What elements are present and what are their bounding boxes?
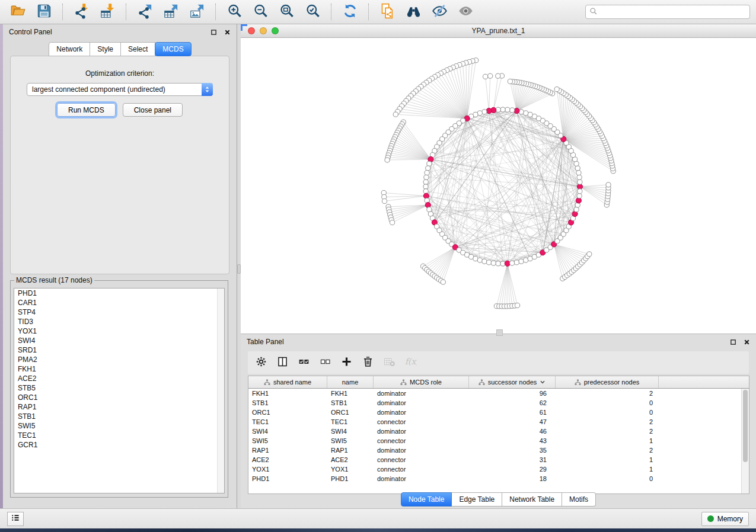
minimize-window-button[interactable] — [260, 27, 267, 34]
cell-predecessor-nodes[interactable]: 1 — [556, 466, 659, 473]
float-panel-icon[interactable] — [210, 29, 217, 36]
mcds-result-item[interactable]: SWI5 — [14, 421, 224, 431]
close-panel-icon[interactable] — [224, 29, 231, 36]
cell-MCDS-role[interactable]: connector — [374, 466, 469, 473]
cell-predecessor-nodes[interactable]: 2 — [556, 447, 659, 454]
show-columns-button[interactable] — [276, 355, 289, 370]
cell-shared-name[interactable]: RAP1 — [248, 447, 327, 454]
cell-shared-name[interactable]: ORC1 — [248, 409, 327, 416]
cell-shared-name[interactable]: PHD1 — [248, 475, 327, 482]
table-row[interactable]: FKH1FKH1dominator962 — [248, 389, 749, 398]
show-panels-button[interactable] — [7, 512, 24, 526]
table-row[interactable]: ACE2ACE2connector311 — [248, 455, 749, 464]
copy-share-button[interactable] — [375, 2, 399, 22]
tab-node-table[interactable]: Node Table — [401, 492, 452, 507]
cell-successor-nodes[interactable]: 29 — [469, 466, 556, 473]
criterion-select[interactable]: largest connected component (undirected) — [27, 83, 213, 96]
add-column-button[interactable] — [340, 355, 353, 370]
cell-predecessor-nodes[interactable]: 1 — [556, 437, 659, 444]
mcds-result-item[interactable]: SWI4 — [14, 336, 224, 345]
mcds-list-scrollbar[interactable] — [217, 289, 224, 493]
float-panel-icon[interactable] — [730, 339, 736, 345]
export-network-button[interactable] — [133, 2, 157, 22]
mcds-result-list[interactable]: PHD1CAR1STP4TID3YOX1SWI4SRD1PMA2FKH1ACE2… — [14, 288, 225, 493]
tab-edge-table[interactable]: Edge Table — [452, 492, 502, 507]
run-mcds-button[interactable]: Run MCDS — [57, 103, 116, 117]
mcds-result-item[interactable]: TID3 — [14, 317, 224, 326]
tab-network[interactable]: Network — [49, 42, 90, 56]
cell-successor-nodes[interactable]: 35 — [469, 447, 556, 454]
cell-name[interactable]: STB1 — [327, 399, 374, 406]
column-header-successor-nodes[interactable]: successor nodes — [469, 376, 556, 388]
close-window-button[interactable] — [248, 27, 255, 34]
mcds-result-item[interactable]: TEC1 — [14, 431, 224, 440]
open-file-button[interactable] — [6, 2, 30, 22]
table-row[interactable]: YOX1YOX1connector291 — [248, 464, 749, 474]
search-input[interactable] — [600, 7, 747, 17]
cell-name[interactable]: ORC1 — [327, 409, 374, 416]
network-canvas[interactable] — [241, 37, 756, 334]
mcds-result-item[interactable]: YOX1 — [14, 326, 224, 336]
cell-predecessor-nodes[interactable]: 0 — [556, 409, 659, 416]
refresh-button[interactable] — [338, 2, 362, 22]
mcds-result-item[interactable]: ACE2 — [14, 374, 224, 383]
table-settings-button[interactable] — [255, 355, 267, 370]
mcds-result-item[interactable]: GCR1 — [14, 440, 224, 450]
cell-MCDS-role[interactable]: dominator — [374, 399, 469, 406]
table-row[interactable]: ORC1ORC1dominator610 — [248, 408, 749, 417]
cell-shared-name[interactable]: FKH1 — [248, 390, 327, 397]
tab-motifs[interactable]: Motifs — [562, 492, 596, 507]
mcds-result-item[interactable]: STB5 — [14, 383, 224, 393]
tab-network-table[interactable]: Network Table — [502, 492, 562, 507]
cell-name[interactable]: SWI5 — [327, 437, 374, 444]
mcds-result-item[interactable]: STP4 — [14, 307, 224, 317]
cell-MCDS-role[interactable]: dominator — [374, 447, 469, 454]
node-layer[interactable] — [381, 58, 615, 309]
cell-name[interactable]: TEC1 — [327, 418, 374, 425]
cell-successor-nodes[interactable]: 61 — [469, 409, 556, 416]
cell-name[interactable]: FKH1 — [327, 390, 374, 397]
zoom-out-button[interactable] — [248, 2, 272, 22]
cell-MCDS-role[interactable]: connector — [374, 456, 469, 463]
select-all-button[interactable] — [298, 355, 310, 370]
cell-successor-nodes[interactable]: 62 — [469, 399, 556, 406]
save-session-button[interactable] — [32, 2, 56, 22]
table-row[interactable]: PHD1PHD1dominator180 — [248, 474, 749, 483]
cell-predecessor-nodes[interactable]: 1 — [556, 456, 659, 463]
cell-successor-nodes[interactable]: 46 — [469, 428, 556, 435]
mcds-result-item[interactable]: STB1 — [14, 412, 224, 421]
zoom-in-button[interactable] — [222, 2, 246, 22]
cell-MCDS-role[interactable]: dominator — [374, 390, 469, 397]
mcds-result-item[interactable]: FKH1 — [14, 364, 224, 374]
column-header-MCDS-role[interactable]: MCDS role — [374, 376, 469, 388]
table-scrollbar-thumb[interactable] — [743, 390, 748, 462]
table-row[interactable]: SWI4SWI4dominator462 — [248, 427, 749, 436]
cell-name[interactable]: ACE2 — [327, 456, 374, 463]
cell-shared-name[interactable]: YOX1 — [248, 466, 327, 473]
delete-column-button[interactable] — [362, 355, 374, 370]
tab-style[interactable]: Style — [90, 42, 121, 56]
deselect-all-button[interactable] — [319, 355, 331, 370]
horizontal-splitter-grip[interactable] — [496, 329, 503, 336]
maximize-window-button[interactable] — [272, 27, 279, 34]
cell-shared-name[interactable]: SWI5 — [248, 437, 327, 444]
tab-select[interactable]: Select — [120, 42, 155, 56]
table-row[interactable]: RAP1RAP1dominator352 — [248, 446, 749, 455]
column-header-predecessor-nodes[interactable]: predecessor nodes — [556, 376, 659, 388]
column-header-name[interactable]: name — [327, 376, 374, 388]
cell-successor-nodes[interactable]: 31 — [469, 456, 556, 463]
find-network-button[interactable] — [401, 2, 425, 22]
cell-successor-nodes[interactable]: 47 — [469, 418, 556, 425]
memory-button[interactable]: Memory — [701, 512, 749, 526]
table-row[interactable]: TEC1TEC1connector472 — [248, 417, 749, 427]
cell-MCDS-role[interactable]: connector — [374, 418, 469, 425]
cell-name[interactable]: RAP1 — [327, 447, 374, 454]
cell-shared-name[interactable]: SWI4 — [248, 428, 327, 435]
cell-successor-nodes[interactable]: 96 — [469, 390, 556, 397]
table-scrollbar[interactable] — [741, 389, 749, 493]
import-network-button[interactable] — [69, 2, 93, 22]
cell-successor-nodes[interactable]: 43 — [469, 437, 556, 444]
column-header-shared-name[interactable]: shared name — [248, 376, 327, 388]
table-row[interactable]: SWI5SWI5connector431 — [248, 436, 749, 446]
mcds-result-item[interactable]: PMA2 — [14, 355, 224, 364]
